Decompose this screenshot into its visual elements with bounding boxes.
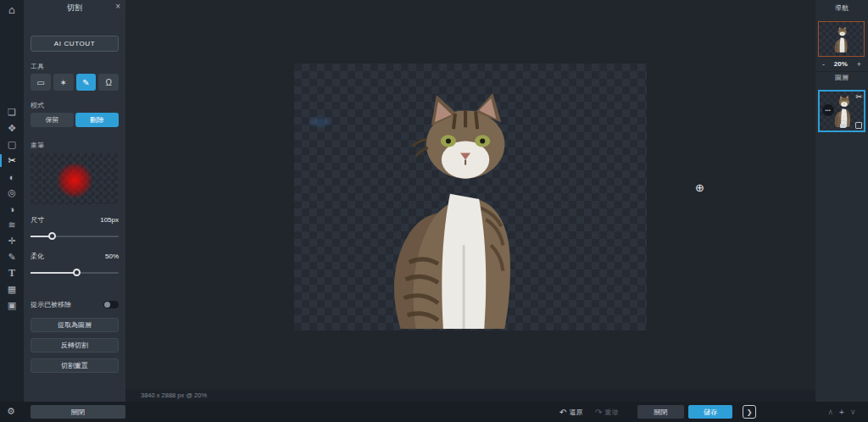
tools-section-label: 工具 xyxy=(31,62,119,71)
arrange-icon: ❏ xyxy=(8,107,16,118)
panel-close-button[interactable]: 關閉 xyxy=(31,405,125,419)
ai-cutout-button[interactable]: AI CUTOUT xyxy=(31,36,119,52)
move-icon: ✥ xyxy=(8,123,15,134)
brush-preview xyxy=(31,153,119,204)
slider-knob[interactable] xyxy=(73,269,81,276)
adjust-tool[interactable]: ◐ xyxy=(0,169,24,185)
arrange-tool[interactable]: ❏ xyxy=(0,104,24,120)
crop-tool[interactable]: ▢ xyxy=(0,136,24,153)
text-tool[interactable]: T xyxy=(0,265,24,281)
navigator-thumbnail[interactable] xyxy=(818,21,865,57)
frame-tool[interactable]: ▣ xyxy=(0,297,24,314)
chevron-right-icon: ❯ xyxy=(747,408,753,416)
lasso-cutout-button[interactable]: Ω xyxy=(98,74,119,91)
undo-label: 還原 xyxy=(569,408,582,417)
wand-icon: ✶ xyxy=(59,78,66,87)
crop-icon: ▢ xyxy=(8,139,16,150)
size-slider[interactable] xyxy=(31,232,119,241)
add-layer-button[interactable]: + xyxy=(839,408,844,417)
cutout-tool-row: ▭ ✶ ✎ Ω xyxy=(31,74,119,91)
text-icon: T xyxy=(8,267,15,280)
canvas-status-bar: 3840 x 2888 px @ 20% xyxy=(125,390,815,402)
cat-photo xyxy=(383,92,529,330)
cutout-tool[interactable]: ✂ xyxy=(0,153,24,169)
scissors-icon: ✂ xyxy=(8,155,15,166)
hint-removed-toggle[interactable] xyxy=(103,301,119,308)
layer-down-button[interactable]: ∨ xyxy=(850,408,856,416)
navigator-label: 導航 xyxy=(815,0,868,13)
zoom-out-button[interactable]: - xyxy=(822,60,825,69)
gear-icon: ⚙ xyxy=(7,406,15,416)
panel-title: 切割 xyxy=(67,3,82,14)
redo-button[interactable]: ↷ 重做 xyxy=(595,405,618,419)
slider-fill xyxy=(31,236,50,237)
layer-up-button[interactable]: ∧ xyxy=(827,408,833,416)
brush-icon: ✎ xyxy=(8,252,15,263)
tool-icon-list: ❏ ✥ ▢ ✂ ◐ ◎ ◑ ≋ ✛ ✎ T ▦ ▣ xyxy=(0,104,24,314)
draw-cutout-button[interactable]: ✎ xyxy=(76,74,97,91)
redo-icon: ↷ xyxy=(595,408,602,417)
layer-order-controls: ∧ + ∨ xyxy=(815,405,868,419)
hint-removed-row: 提示已被移除 xyxy=(31,300,119,309)
heal-tool[interactable]: ✛ xyxy=(0,233,24,249)
soften-value: 50% xyxy=(105,253,119,260)
close-document-button[interactable]: 關閉 xyxy=(637,405,684,419)
soften-slider[interactable] xyxy=(31,269,119,277)
layer-item[interactable]: ••• ✂ xyxy=(818,90,865,132)
mode-section-label: 模式 xyxy=(31,101,119,110)
paint-mark xyxy=(309,118,330,126)
size-row: 尺寸 105px xyxy=(31,215,119,225)
size-label: 尺寸 xyxy=(31,215,44,225)
fill-icon: ◑ xyxy=(9,204,15,214)
draw-tool[interactable]: ✎ xyxy=(0,249,24,265)
undo-icon: ↶ xyxy=(559,408,566,417)
ellipsis-icon: ••• xyxy=(826,108,832,113)
zoom-level: 20% xyxy=(834,60,848,68)
pattern-icon: ▦ xyxy=(8,284,16,295)
canvas-workspace[interactable]: ⊕ 3840 x 2888 px @ 20% xyxy=(125,0,815,402)
slider-knob[interactable] xyxy=(48,232,56,240)
slider-fill xyxy=(31,272,75,274)
layer-cutout-icon: ✂ xyxy=(855,92,862,101)
home-button[interactable]: ⌂ xyxy=(0,0,24,19)
settings-button[interactable]: ⚙ xyxy=(7,406,15,417)
mode-remove-button[interactable]: 刪除 xyxy=(75,113,119,127)
zoom-controls: - 20% + xyxy=(815,58,868,69)
divider xyxy=(815,71,868,72)
lock-icon xyxy=(840,124,846,128)
magic-cutout-button[interactable]: ✶ xyxy=(53,74,74,91)
crosshair-cursor: ⊕ xyxy=(695,181,704,194)
layers-label: 圖層 xyxy=(815,73,868,82)
move-tool[interactable]: ✥ xyxy=(0,120,24,136)
reset-cutout-button[interactable]: 切割重置 xyxy=(31,358,119,373)
image-icon: ▣ xyxy=(8,300,16,311)
soften-label: 柔化 xyxy=(31,252,44,261)
layer-visibility-checkbox[interactable] xyxy=(855,122,862,129)
filter-tool[interactable]: ◎ xyxy=(0,185,24,201)
canvas-document[interactable] xyxy=(294,64,647,330)
invert-cutout-button[interactable]: 反轉切割 xyxy=(31,338,119,353)
fill-tool[interactable]: ◑ xyxy=(0,201,24,217)
mode-toggle-group: 保留 刪除 xyxy=(31,113,119,127)
extract-to-layer-button[interactable]: 提取為圖層 xyxy=(31,318,119,332)
close-icon[interactable]: × xyxy=(115,2,120,11)
layer-menu-button[interactable]: ••• xyxy=(822,104,834,116)
filter-icon: ◎ xyxy=(8,187,16,198)
collapse-panel-button[interactable]: ❯ xyxy=(743,405,756,419)
pattern-tool[interactable]: ▦ xyxy=(0,281,24,297)
lasso-icon: Ω xyxy=(105,78,111,87)
toggle-knob xyxy=(104,302,110,308)
cutout-options-panel: 切割 × AI CUTOUT 工具 ▭ ✶ ✎ Ω 模式 保留 刪除 畫筆 尺寸… xyxy=(24,0,125,402)
undo-button[interactable]: ↶ 還原 xyxy=(559,405,582,419)
mode-keep-button[interactable]: 保留 xyxy=(31,113,74,127)
zoom-in-button[interactable]: + xyxy=(857,60,861,69)
liquify-tool[interactable]: ≋ xyxy=(0,217,24,233)
shape-cutout-button[interactable]: ▭ xyxy=(31,74,51,91)
liquify-icon: ≋ xyxy=(8,219,15,230)
shape-tool-icon: ▭ xyxy=(36,78,44,87)
pixlr-editor-window: ⌂ ❏ ✥ ▢ ✂ ◐ ◎ ◑ ≋ ✛ ✎ T ▦ ▣ 切割 × AI CUTO… xyxy=(0,0,868,422)
redo-label: 重做 xyxy=(604,408,618,417)
save-button[interactable]: 儲存 xyxy=(688,405,732,419)
hint-removed-label: 提示已被移除 xyxy=(31,300,71,309)
right-sidebar: 導航 - 20% + 圖層 ••• ✂ xyxy=(815,0,868,402)
